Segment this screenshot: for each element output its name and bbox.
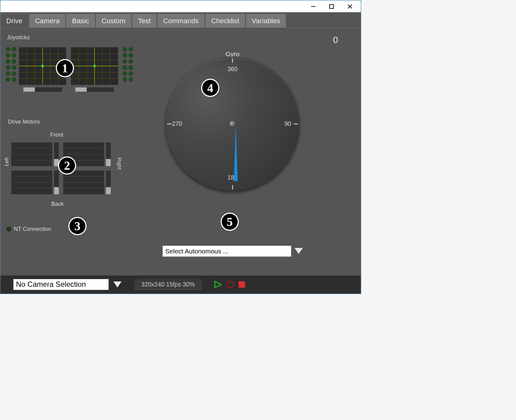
motors-left-label: Left: [4, 158, 10, 166]
motor-back-left: [11, 171, 52, 194]
chevron-down-icon[interactable]: [113, 281, 121, 288]
tab-label: Test: [138, 17, 151, 25]
marker-number: 2: [64, 159, 70, 172]
joysticks-heading: Joysticks: [7, 34, 30, 41]
motors-front-label: Front: [50, 132, 63, 138]
callout-marker-5: 5: [221, 213, 239, 231]
joystick1-leds-col1: [6, 47, 10, 82]
led-icon: [12, 65, 16, 70]
marker-number: 4: [207, 81, 214, 95]
motors-back-label: Back: [51, 201, 64, 208]
motor-front-right-bar: [106, 142, 111, 166]
record-controls: [214, 280, 246, 289]
tab-custom[interactable]: Custom: [96, 14, 131, 28]
led-icon: [129, 47, 133, 52]
gyro-tick-neg270: -270: [170, 121, 182, 127]
motor-back-left-bar: [54, 171, 59, 194]
bottom-bar: No Camera Selection 320x240 15fps 30%: [0, 275, 361, 294]
joystick1-throttle: [23, 87, 62, 92]
led-icon: [6, 53, 10, 57]
led-icon: [12, 53, 16, 57]
led-icon: [6, 47, 10, 52]
nt-connection-led: [6, 227, 11, 231]
led-icon: [12, 78, 16, 82]
svg-marker-28: [234, 124, 238, 181]
maximize-button[interactable]: [322, 0, 341, 12]
led-icon: [123, 78, 127, 82]
tab-strip: Drive Camera Basic Custom Test Commands …: [0, 12, 361, 28]
tab-test[interactable]: Test: [132, 14, 157, 28]
svg-point-32: [227, 281, 233, 288]
nt-connection-label: NT Connection: [14, 226, 51, 232]
gyro-tick-90: 90: [284, 121, 291, 127]
led-icon: [123, 65, 127, 70]
led-icon: [123, 47, 127, 52]
autonomous-selector[interactable]: Select Autonomous ...: [163, 246, 291, 257]
tab-checklist[interactable]: Checklist: [205, 14, 245, 28]
marker-number: 3: [74, 219, 81, 233]
tick-mark-icon: [294, 124, 298, 125]
tab-commands[interactable]: Commands: [157, 14, 204, 28]
marker-number: 1: [62, 61, 68, 75]
led-icon: [129, 71, 133, 76]
motor-front-left: [11, 142, 52, 166]
close-button[interactable]: [341, 0, 359, 12]
svg-point-15: [41, 65, 44, 67]
tab-label: Checklist: [211, 17, 239, 25]
led-icon: [6, 59, 10, 64]
tab-label: Variables: [252, 17, 280, 25]
autonomous-selector-text: Select Autonomous ...: [165, 248, 228, 255]
tick-mark-icon: [232, 185, 233, 189]
motor-back-right-bar: [106, 171, 111, 194]
tab-label: Drive: [6, 17, 22, 25]
led-icon: [12, 71, 16, 76]
gyro-hub-icon: [229, 121, 236, 127]
led-icon: [123, 71, 127, 76]
led-icon: [123, 59, 127, 64]
tab-drive[interactable]: Drive: [0, 14, 28, 28]
minimize-button[interactable]: [304, 0, 323, 12]
led-icon: [6, 71, 10, 76]
tab-camera[interactable]: Camera: [29, 14, 65, 28]
joystick2-throttle: [75, 87, 114, 92]
tab-label: Camera: [35, 17, 60, 25]
camera-selector-text: No Camera Selection: [16, 280, 86, 289]
stop-icon[interactable]: [238, 281, 246, 288]
svg-point-27: [93, 65, 96, 67]
led-icon: [129, 59, 133, 64]
joystick2-leds-col2: [129, 47, 133, 82]
tab-variables[interactable]: Variables: [246, 14, 286, 28]
callout-marker-1: 1: [56, 59, 74, 77]
stream-status-text: 320x240 15fps 30%: [141, 281, 195, 288]
camera-selector[interactable]: No Camera Selection: [13, 279, 108, 290]
record-icon[interactable]: [226, 280, 234, 289]
led-icon: [129, 53, 133, 57]
title-bar: [0, 0, 361, 12]
callout-marker-2: 2: [58, 156, 76, 175]
joystick2-leds-col1: [123, 47, 127, 82]
play-icon[interactable]: [214, 280, 222, 289]
tick-mark-icon: [232, 58, 233, 63]
led-icon: [12, 47, 16, 52]
tab-basic[interactable]: Basic: [66, 14, 95, 28]
svg-marker-31: [215, 281, 221, 288]
tab-label: Commands: [163, 17, 199, 25]
stream-status: 320x240 15fps 30%: [134, 279, 201, 290]
marker-number: 5: [227, 215, 233, 229]
app-window: Drive Camera Basic Custom Test Commands …: [0, 0, 361, 294]
led-icon: [123, 53, 127, 57]
led-icon: [6, 78, 10, 82]
svg-marker-30: [113, 281, 122, 287]
motors-right-label: Right: [116, 158, 123, 170]
svg-rect-1: [329, 4, 333, 8]
led-icon: [6, 65, 10, 70]
callout-marker-4: 4: [201, 79, 219, 97]
joystick1-leds-col2: [12, 47, 16, 82]
tab-label: Custom: [102, 17, 125, 25]
tab-label: Basic: [72, 17, 89, 25]
main-panel: Joysticks: [0, 28, 361, 275]
drive-motors-heading: Drive Motors: [8, 119, 40, 125]
joystick2-xy[interactable]: [71, 47, 118, 85]
chevron-down-icon[interactable]: [294, 247, 303, 255]
led-icon: [129, 78, 133, 82]
